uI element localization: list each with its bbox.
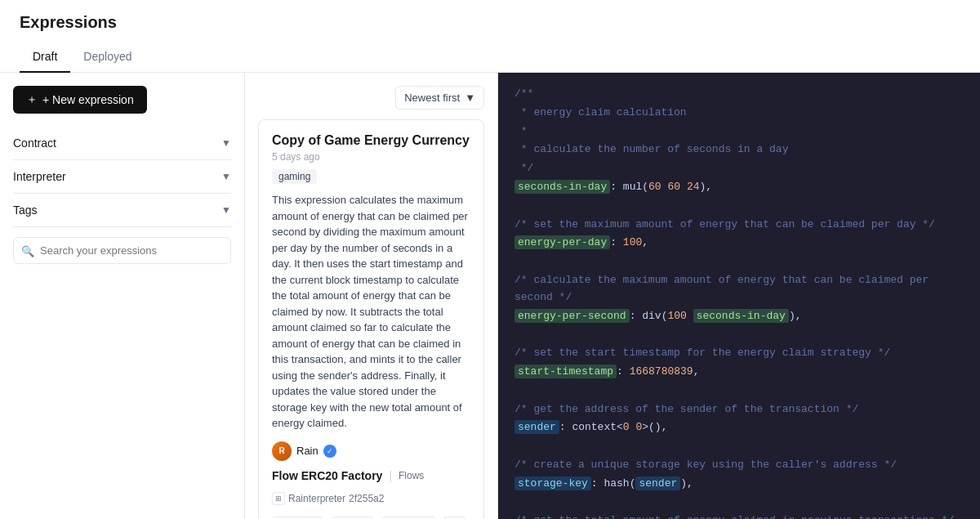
expression-tag: gaming — [272, 169, 317, 184]
tab-bar: Draft Deployed — [20, 42, 960, 72]
code-line — [514, 383, 964, 400]
code-line — [514, 494, 964, 512]
code-line: energy-per-day: 100, — [514, 235, 964, 252]
author-row: R Rain ✓ — [272, 441, 470, 461]
code-line: * calculate the number of seconds in a d… — [514, 141, 964, 159]
code-line: start-timestamp: 1668780839, — [514, 364, 964, 381]
code-line: /* get the total amount of energy claime… — [514, 512, 964, 519]
avatar: R — [272, 441, 292, 461]
filter-contract-label: Contract — [13, 136, 56, 150]
share-button[interactable]: ▷ Share — [381, 517, 435, 520]
expression-list: Newest first ▼ Copy of Game Energy Curre… — [245, 73, 498, 519]
code-line — [514, 326, 964, 343]
page-title: Expressions — [20, 13, 960, 32]
verified-icon: ✓ — [323, 445, 336, 458]
expression-title: Copy of Game Energy Currency — [272, 133, 470, 148]
rainterpreter-name: Rainterpreter — [288, 493, 345, 504]
plus-icon: ＋ — [26, 92, 38, 107]
code-line: /* create a unique storage key using the… — [514, 457, 964, 474]
search-icon: 🔍 — [21, 244, 34, 257]
chevron-down-icon: ▼ — [221, 204, 231, 216]
filter-tags[interactable]: Tags ▼ — [13, 194, 231, 226]
code-line: energy-per-second: div(100 seconds-in-da… — [514, 308, 964, 325]
rainterpreter-icon: ⊞ — [272, 492, 285, 505]
code-line: * energy claim calculation — [514, 105, 964, 122]
top-bar: Newest first ▼ — [258, 86, 484, 110]
flow-name: Flow ERC20 Factory — [272, 469, 382, 482]
sort-label: Newest first — [404, 92, 460, 104]
chevron-down-icon: ▼ — [465, 92, 475, 104]
content-area: Newest first ▼ Copy of Game Energy Curre… — [245, 73, 980, 519]
filter-tags-label: Tags — [13, 204, 38, 217]
search-box: 🔍 — [13, 237, 231, 264]
code-line: /** — [514, 86, 964, 103]
filter-interpreter-label: Interpreter — [13, 170, 66, 183]
filter-section: Contract ▼ Interpreter ▼ Tags ▼ — [13, 127, 231, 227]
code-line: * — [514, 123, 964, 141]
flow-type: Flows — [399, 470, 424, 481]
code-line: /* get the address of the sender of the … — [514, 401, 964, 418]
expression-date: 5 days ago — [272, 151, 470, 163]
sort-dropdown[interactable]: Newest first ▼ — [395, 86, 484, 110]
filter-contract[interactable]: Contract ▼ — [13, 127, 231, 160]
filter-interpreter[interactable]: Interpreter ▼ — [13, 160, 231, 194]
view-button[interactable]: 👁 View — [272, 517, 323, 520]
tab-deployed[interactable]: Deployed — [70, 42, 145, 73]
code-line: /* calculate the maximum amount of energ… — [514, 272, 964, 306]
code-line: storage-key: hash(sender), — [514, 476, 964, 493]
rainterpreter-row: ⊞ Rainterpreter 2f255a2 — [272, 492, 470, 505]
search-input[interactable] — [13, 237, 231, 264]
page-header: Expressions Draft Deployed — [0, 0, 980, 73]
new-expression-label: + New expression — [42, 93, 134, 106]
edit-button[interactable]: ✏ Edit — [330, 517, 376, 520]
code-line: seconds-in-day: mul(60 60 24), — [514, 179, 964, 196]
flow-row: Flow ERC20 Factory | Flows — [272, 469, 470, 482]
chevron-down-icon: ▼ — [221, 137, 231, 149]
author-name: Rain — [296, 445, 318, 457]
expression-card[interactable]: Copy of Game Energy Currency 5 days ago … — [258, 119, 484, 519]
actions-row: 👁 View ✏ Edit ▷ Share ⋯ — [272, 517, 470, 520]
code-line: /* set the maximum amount of energy that… — [514, 217, 964, 234]
code-panel: /** * energy claim calculation * * calcu… — [498, 73, 980, 519]
code-line — [514, 438, 964, 455]
separator: | — [389, 469, 392, 482]
main-layout: ＋ + New expression Contract ▼ Interprete… — [0, 73, 980, 519]
expression-description: This expression calculates the maximum a… — [272, 192, 470, 432]
code-line: /* set the start timestamp for the energ… — [514, 345, 964, 362]
more-button[interactable]: ⋯ — [443, 517, 467, 520]
new-expression-button[interactable]: ＋ + New expression — [13, 86, 147, 114]
tab-draft[interactable]: Draft — [20, 42, 70, 73]
code-line: */ — [514, 160, 964, 177]
sidebar: ＋ + New expression Contract ▼ Interprete… — [0, 73, 245, 519]
chevron-down-icon: ▼ — [221, 171, 231, 182]
rainterpreter-hash: 2f255a2 — [349, 493, 384, 504]
code-line — [514, 198, 964, 215]
code-line — [514, 253, 964, 271]
code-line: sender: context<0 0>(), — [514, 419, 964, 436]
